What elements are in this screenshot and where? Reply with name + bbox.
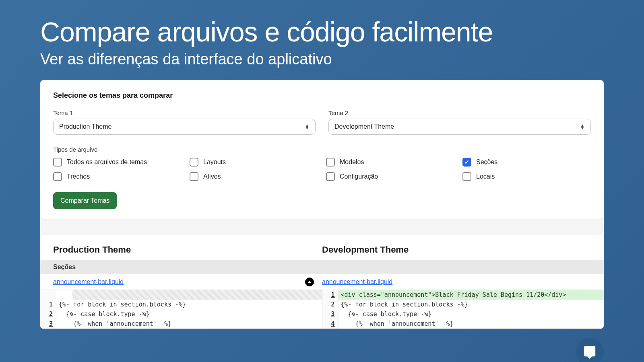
results-col1-title: Production Theme bbox=[53, 245, 322, 255]
file-link-right[interactable]: announcement-bar.liquid bbox=[322, 278, 392, 286]
checkbox-assets[interactable]: Ativos bbox=[190, 172, 318, 181]
checkbox-box-icon bbox=[326, 158, 335, 167]
checkbox-box-icon bbox=[326, 172, 335, 181]
code-line: 2 {%- case block.type -%} bbox=[40, 309, 322, 319]
app-panel: Selecione os temas para comparar Tema 1 … bbox=[40, 80, 604, 329]
collapse-up-icon[interactable] bbox=[305, 278, 314, 286]
code-col-left: 1 {%- for block in section.blocks -%} 2 … bbox=[40, 290, 322, 329]
checkbox-box-icon bbox=[53, 172, 62, 181]
code-line: 3 {%- case block.type -%} bbox=[322, 309, 604, 319]
filetypes-label: Tipos de arquivo bbox=[53, 146, 591, 153]
compare-form-card: Selecione os temas para comparar Tema 1 … bbox=[40, 80, 604, 219]
checkbox-all-files[interactable]: Todos os arquivos de temas bbox=[53, 158, 182, 167]
hero-title: Compare arquivos e código facilmente bbox=[40, 16, 604, 47]
code-line-added: 1 <div class="announcement">Black Friday… bbox=[322, 290, 604, 300]
compare-button[interactable]: Comparar Temas bbox=[53, 192, 117, 209]
form-title: Selecione os temas para comparar bbox=[53, 91, 591, 100]
checkbox-layouts[interactable]: Layouts bbox=[190, 158, 318, 167]
results-section-label: Seções bbox=[40, 260, 604, 274]
hero-subtitle: Ver as diferenças da interface do aplica… bbox=[40, 51, 604, 68]
empty-diff-line bbox=[72, 290, 322, 300]
checkbox-box-icon bbox=[190, 172, 198, 181]
results-card: Production Theme Development Theme Seçõe… bbox=[40, 235, 604, 329]
theme1-label: Tema 1 bbox=[53, 109, 316, 116]
select-caret-icon: ▲▼ bbox=[305, 124, 310, 129]
theme1-value: Production Theme bbox=[59, 123, 111, 130]
checkbox-box-checked-icon bbox=[462, 158, 471, 167]
code-col-right: 1 <div class="announcement">Black Friday… bbox=[322, 290, 604, 329]
code-line: 4 {%- when 'announcement' -%} bbox=[322, 319, 604, 329]
theme2-select[interactable]: Development Theme ▲▼ bbox=[328, 119, 591, 135]
checkbox-box-icon bbox=[190, 158, 198, 167]
checkbox-box-icon bbox=[462, 172, 471, 181]
checkbox-box-icon bbox=[53, 158, 62, 167]
checkbox-snippets[interactable]: Trechos bbox=[53, 172, 182, 181]
code-line: 3 {%- when 'announcement' -%} bbox=[40, 319, 322, 329]
hero: Compare arquivos e código facilmente Ver… bbox=[0, 0, 644, 80]
theme2-label: Tema 2 bbox=[328, 109, 591, 116]
theme1-select[interactable]: Production Theme ▲▼ bbox=[53, 119, 316, 135]
code-line: 2 {%- for block in section.blocks -%} bbox=[322, 300, 604, 309]
checkbox-config[interactable]: Configuração bbox=[326, 172, 454, 181]
file-link-left[interactable]: announcement-bar.liquid bbox=[53, 278, 124, 286]
code-diff: 1 {%- for block in section.blocks -%} 2 … bbox=[40, 290, 604, 329]
theme2-value: Development Theme bbox=[334, 123, 394, 130]
checkbox-locales[interactable]: Locais bbox=[462, 172, 591, 181]
checkbox-sections[interactable]: Seções bbox=[462, 158, 591, 167]
checkbox-templates[interactable]: Modelos bbox=[326, 158, 454, 167]
select-caret-icon: ▲▼ bbox=[580, 124, 585, 129]
code-line: 1 {%- for block in section.blocks -%} bbox=[40, 300, 322, 309]
results-col2-title: Development Theme bbox=[322, 245, 591, 255]
